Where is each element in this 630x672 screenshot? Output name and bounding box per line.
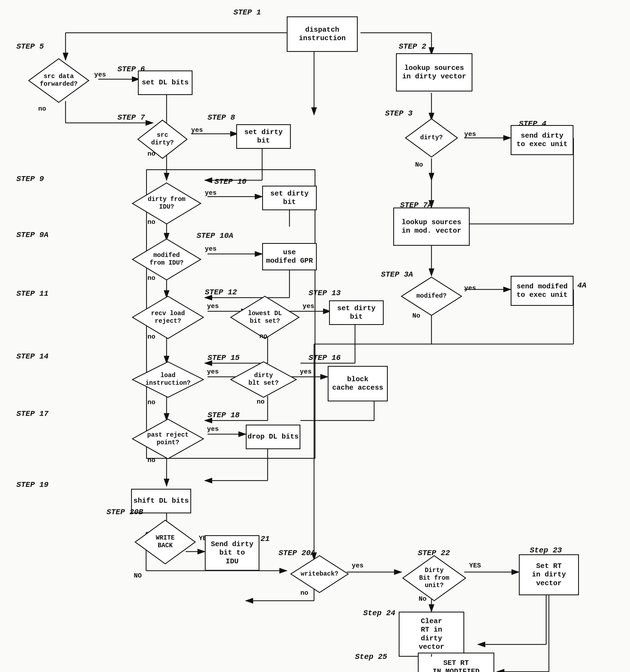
block-cache-access-text: blockcache access bbox=[332, 375, 383, 392]
set-dirty-bit-step10-text: set dirty bit bbox=[263, 190, 316, 207]
step11-no-label: no bbox=[147, 333, 155, 340]
step1-label: STEP 1 bbox=[234, 8, 261, 17]
dispatch-instruction-box: dispatchinstruction bbox=[287, 16, 358, 52]
modifed-text: modifed? bbox=[416, 292, 446, 300]
step7-no-label: no bbox=[147, 150, 155, 158]
modifed-diamond: modifed? bbox=[400, 276, 463, 317]
step10-label: STEP 10 bbox=[214, 177, 247, 186]
step5-label: STEP 5 bbox=[16, 42, 44, 51]
past-reject-point-diamond: past rejectpoint? bbox=[131, 418, 205, 460]
step9-label: STEP 9 bbox=[16, 175, 44, 183]
step23-label: Step 23 bbox=[530, 546, 562, 555]
lookup-sources-dirty-text: lookup sourcesin dirty vector bbox=[402, 64, 466, 81]
send-dirty-bit-idu-text: Send dirtybit toIDU bbox=[211, 540, 253, 566]
step25-label: Step 25 bbox=[355, 653, 387, 661]
writeback-20b-diamond: WRITEBACK bbox=[134, 519, 197, 565]
writeback-diamond: writeback? bbox=[289, 554, 349, 594]
set-rt-dirty-vector-text: Set RTin dirtyvector bbox=[532, 562, 566, 587]
load-instruction-text: loadinstruction? bbox=[145, 372, 191, 387]
step8-label: STEP 8 bbox=[208, 113, 235, 122]
modifed-from-idu-diamond: modifedfrom IDU? bbox=[131, 238, 202, 281]
step15-yes-label: yes bbox=[300, 368, 312, 376]
dirty-bit-set-diamond: dirtyblt set? bbox=[229, 360, 298, 399]
send-modifed-exec-box: send modifedto exec unit bbox=[511, 276, 574, 306]
step20b-label: STEP 20B bbox=[106, 508, 143, 517]
step3-no-label: No bbox=[415, 161, 423, 168]
dirty-bit-set-text: dirtyblt set? bbox=[248, 372, 278, 387]
step17-label: STEP 17 bbox=[16, 410, 49, 418]
set-dl-bits-text: set DL bits bbox=[142, 78, 189, 87]
dispatch-instruction-text: dispatchinstruction bbox=[299, 26, 346, 43]
step3a-yes-label: yes bbox=[464, 285, 476, 292]
lookup-sources-mod-text: lookup sourcesin mod. vector bbox=[402, 218, 461, 235]
set-rt-modified-vector-box: SET RTIN MODIFIEDVECTOR bbox=[418, 653, 494, 672]
step14-no-label: no bbox=[147, 399, 155, 406]
lookup-sources-dirty-box: lookup sourcesin dirty vector bbox=[396, 53, 472, 92]
send-dirty-exec-text: send dirtyto exec unit bbox=[516, 131, 567, 148]
use-modifed-gpr-box: usemodifed GPR bbox=[262, 243, 317, 270]
step2-label: STEP 2 bbox=[399, 42, 426, 51]
set-dirty-bit-step8-text: set dirty bit bbox=[237, 128, 290, 145]
step20a-no-label: no bbox=[300, 589, 308, 597]
step14-yes-label: yes bbox=[207, 368, 219, 376]
set-dirty-bit-step8-box: set dirty bit bbox=[236, 124, 291, 149]
step5-yes-label: yes bbox=[94, 71, 106, 78]
dirty-diamond: dirty? bbox=[404, 117, 459, 159]
set-dirty-bit-step10-box: set dirty bit bbox=[262, 186, 317, 210]
writeback-20b-text: WRITEBACK bbox=[156, 534, 174, 549]
src-dirty-diamond: srcdirty? bbox=[137, 119, 189, 160]
diagram-container: STEP 1 dispatchinstruction STEP 2 lookup… bbox=[0, 0, 630, 672]
past-reject-point-text: past rejectpoint? bbox=[147, 431, 189, 447]
step3-label: STEP 3 bbox=[385, 109, 413, 118]
step20a-yes-label: yes bbox=[352, 562, 363, 569]
step14-label: STEP 14 bbox=[16, 352, 49, 361]
set-rt-modified-vector-text: SET RTIN MODIFIEDVECTOR bbox=[433, 659, 480, 672]
src-forwarded-diamond: src dataforwarded? bbox=[27, 57, 90, 104]
dirty-bit-unit-text: DirtyBit fromunit? bbox=[419, 567, 449, 590]
use-modifed-gpr-text: usemodifed GPR bbox=[266, 248, 313, 265]
set-dirty-bit-step13-text: set dirty bit bbox=[330, 304, 383, 321]
recv-load-reject-text: recv loadreject? bbox=[151, 310, 185, 325]
lookup-sources-mod-box: lookup sourcesin mod. vector bbox=[393, 208, 470, 246]
step7-yes-label: yes bbox=[191, 126, 203, 134]
src-dirty-text: srcdirty? bbox=[151, 131, 174, 147]
step3-yes-label: yes bbox=[464, 130, 476, 138]
step11-label: STEP 11 bbox=[16, 289, 49, 298]
send-dirty-bit-idu-box: Send dirtybit toIDU bbox=[205, 535, 260, 571]
step17-no-label: no bbox=[147, 457, 155, 464]
dirty-from-idu-text: dirty fromIDU? bbox=[148, 196, 186, 211]
step15-no-label: no bbox=[257, 398, 265, 406]
step3a-no-label: No bbox=[412, 312, 420, 319]
step19-label: STEP 19 bbox=[16, 481, 49, 489]
step17-yes-label: yes bbox=[207, 426, 219, 433]
step9a-yes-label: yes bbox=[205, 245, 217, 253]
step22-no-label: No bbox=[419, 595, 427, 603]
step9a-no-label: no bbox=[147, 274, 155, 282]
set-dl-bits-box: set DL bits bbox=[138, 70, 193, 95]
step20b-no-label: NO bbox=[134, 572, 142, 579]
step9-no-label: no bbox=[147, 218, 155, 226]
step9-yes-label: yes bbox=[205, 189, 217, 197]
step16-label: STEP 16 bbox=[309, 354, 341, 362]
step5-no-label: no bbox=[38, 105, 46, 113]
writeback-text: writeback? bbox=[301, 570, 338, 578]
drop-dl-bits-box: drop DL bits bbox=[246, 425, 300, 449]
step22-yes-label: YES bbox=[469, 562, 481, 569]
set-dirty-bit-step13-box: set dirty bit bbox=[329, 301, 384, 325]
step24-label: Step 24 bbox=[363, 609, 395, 617]
dirty-diamond-text: dirty? bbox=[420, 134, 443, 142]
dirty-bit-unit-diamond: DirtyBit fromunit? bbox=[402, 554, 467, 602]
clear-rt-dirty-vector-box: ClearRT indirtyvector bbox=[399, 611, 464, 657]
step11-yes-label: yes bbox=[207, 303, 219, 310]
recv-load-reject-diamond: recv loadreject? bbox=[131, 295, 205, 340]
src-forwarded-text: src dataforwarded? bbox=[40, 73, 77, 88]
send-dirty-exec-box: send dirtyto exec unit bbox=[511, 125, 574, 155]
step12-no-label: no bbox=[260, 333, 267, 340]
step9a-label: STEP 9A bbox=[16, 231, 49, 239]
step10a-label: STEP 10A bbox=[197, 232, 233, 240]
shift-dl-bits-text: shift DL bits bbox=[134, 497, 189, 505]
load-instruction-diamond: loadinstruction? bbox=[131, 360, 205, 399]
send-modifed-exec-text: send modifedto exec unit bbox=[516, 282, 567, 299]
block-cache-access-box: blockcache access bbox=[328, 366, 388, 401]
lowest-dl-bit-text: lowest DLbit set? bbox=[248, 310, 282, 325]
